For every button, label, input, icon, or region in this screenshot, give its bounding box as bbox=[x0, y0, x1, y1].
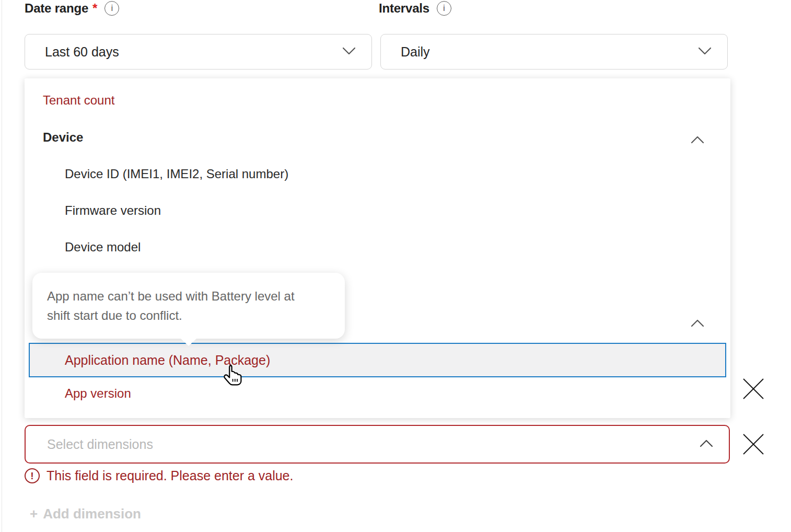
error-icon: ! bbox=[25, 468, 40, 483]
hand-cursor-icon bbox=[222, 363, 247, 392]
info-icon[interactable]: i bbox=[104, 1, 119, 16]
tooltip-text-line: App name can’t be used with Battery leve… bbox=[47, 286, 330, 306]
add-dimension-label: Add dimension bbox=[43, 506, 141, 522]
intervals-select[interactable]: Daily bbox=[380, 34, 728, 70]
tooltip-text-line: shift start due to conflict. bbox=[47, 306, 330, 325]
conflict-tooltip: App name can’t be used with Battery leve… bbox=[32, 273, 345, 339]
intervals-value: Daily bbox=[401, 44, 698, 60]
intervals-label-row: Intervals i bbox=[379, 0, 451, 17]
info-icon[interactable]: i bbox=[437, 1, 451, 16]
menu-item-device-id[interactable]: Device ID (IMEI1, IMEI2, Serial number) bbox=[65, 167, 288, 181]
plus-icon: + bbox=[30, 506, 38, 522]
date-range-label-row: Date range * i bbox=[25, 0, 119, 17]
chevron-up-icon[interactable] bbox=[700, 440, 713, 449]
dimensions-dropdown-panel: Tenant count Device Device ID (IMEI1, IM… bbox=[25, 78, 730, 418]
add-dimension-button[interactable]: + Add dimension bbox=[30, 506, 141, 522]
form-page: Date range * i Intervals i Last 60 days … bbox=[0, 0, 791, 532]
menu-item-device-model[interactable]: Device model bbox=[65, 240, 141, 255]
menu-group-device[interactable]: Device bbox=[43, 130, 83, 145]
date-range-label: Date range bbox=[25, 1, 88, 16]
menu-item-firmware-version[interactable]: Firmware version bbox=[65, 203, 161, 218]
date-range-value: Last 60 days bbox=[45, 44, 342, 60]
field-error-message: This field is required. Please enter a v… bbox=[46, 468, 293, 483]
intervals-label: Intervals bbox=[379, 1, 429, 16]
select-dimensions-input-wrap bbox=[25, 425, 730, 464]
required-asterisk: * bbox=[92, 1, 97, 16]
chevron-up-icon[interactable] bbox=[691, 136, 704, 146]
container-left-border bbox=[2, 0, 2, 532]
chevron-down-icon bbox=[698, 47, 712, 57]
close-icon[interactable] bbox=[742, 433, 765, 456]
tooltip-caret bbox=[180, 338, 197, 346]
select-dimensions-input[interactable] bbox=[47, 437, 700, 452]
chevron-down-icon bbox=[342, 47, 356, 57]
close-icon[interactable] bbox=[742, 377, 765, 400]
field-error-row: ! This field is required. Please enter a… bbox=[25, 468, 293, 483]
date-range-select[interactable]: Last 60 days bbox=[25, 34, 372, 70]
menu-item-tenant-count[interactable]: Tenant count bbox=[43, 93, 114, 108]
menu-item-app-version[interactable]: App version bbox=[65, 386, 131, 401]
chevron-up-icon[interactable] bbox=[691, 319, 704, 329]
menu-item-application-name[interactable]: Application name (Name, Package) bbox=[29, 343, 726, 377]
